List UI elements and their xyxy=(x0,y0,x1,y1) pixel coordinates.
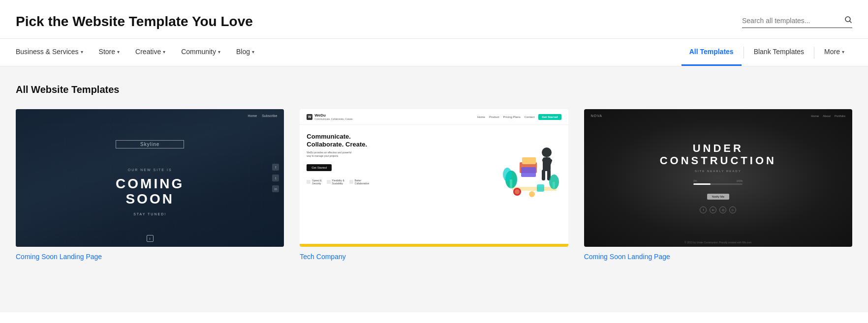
nav-item-creative[interactable]: Creative ▾ xyxy=(127,39,173,66)
template-thumb-1[interactable]: Home Subscribe Skyline OUR NEW SITE IS C… xyxy=(16,109,284,247)
card2-hero-text: Communicate.Collaborate. Create. WeDu pr… xyxy=(307,133,497,185)
card2-cta-button[interactable]: Get Started xyxy=(538,114,561,120)
card3-progress-labels: 0% 100% xyxy=(693,179,743,182)
page-title: Pick the Website Template You Love xyxy=(16,14,253,29)
svg-rect-5 xyxy=(510,179,512,188)
nav-item-community[interactable]: Community ▾ xyxy=(173,39,228,66)
template-thumb-2[interactable]: W WeDu Communicate, Collaborate, Create.… xyxy=(300,109,568,247)
svg-line-1 xyxy=(850,21,852,23)
card3-progress-end: 100% xyxy=(737,179,743,182)
card2-logo-text: WeDu xyxy=(314,113,353,117)
card3-notify-button[interactable]: Notify Me xyxy=(707,194,729,200)
template-thumb-3[interactable]: NOVA Home About Portfolio UNDERCONSTRUCT… xyxy=(584,109,852,247)
chevron-down-icon: ▾ xyxy=(117,49,120,55)
card2-feature-icon xyxy=(307,180,310,184)
card2-hero-button[interactable]: Get Started xyxy=(307,164,332,171)
card1-nav-home: Home xyxy=(248,114,257,117)
card3-nav-portfolio: Portfolio xyxy=(835,115,845,117)
card2-feature-label: Flexibility &Scalability xyxy=(332,179,344,185)
search-input[interactable] xyxy=(742,17,840,25)
card2-feature-1: Speed &Security xyxy=(307,179,321,185)
card2-bottom-bar xyxy=(300,244,568,247)
card1-social-1: f xyxy=(272,164,279,171)
nav-blank-templates[interactable]: Blank Templates xyxy=(746,39,812,66)
card1-nav-subscribe: Subscribe xyxy=(262,114,277,117)
card3-nav-links: Home About Portfolio xyxy=(811,115,845,117)
card3-twitter-icon[interactable]: ▷ xyxy=(729,206,736,213)
card2-hero: Communicate.Collaborate. Create. WeDu pr… xyxy=(300,125,568,206)
card3-instagram-icon[interactable]: ◎ xyxy=(719,206,726,213)
svg-point-19 xyxy=(529,191,535,197)
svg-point-18 xyxy=(515,189,520,194)
nav-item-label: Community xyxy=(181,48,216,56)
card3-progress-bar xyxy=(693,183,743,185)
template-grid: Home Subscribe Skyline OUR NEW SITE IS C… xyxy=(16,109,852,261)
nav-item-blog[interactable]: Blog ▾ xyxy=(228,39,262,66)
card3-footer-text: © 2023 by Under Construction. Proudly cr… xyxy=(684,241,751,244)
template-name-3[interactable]: Coming Soon Landing Page xyxy=(584,253,852,261)
chevron-down-icon: ▾ xyxy=(252,49,254,55)
nav-item-label: Business & Services xyxy=(16,48,79,56)
card1-social-3: in xyxy=(272,185,279,192)
card3-progress-fill xyxy=(693,183,711,185)
card2-feature-3: BetterCollaboration xyxy=(349,179,369,185)
card3-progress-container: 0% 100% xyxy=(693,179,743,185)
nav-item-label: Store xyxy=(99,48,115,56)
template-card-3[interactable]: NOVA Home About Portfolio UNDERCONSTRUCT… xyxy=(584,109,852,261)
card2-nav-links: Home Product Pricing Plans Contact Get S… xyxy=(477,114,561,120)
search-bar[interactable] xyxy=(742,16,852,28)
card3-social-icons: f in ◎ ▷ xyxy=(660,206,776,213)
card2-background: W WeDu Communicate, Collaborate, Create.… xyxy=(300,109,568,247)
nav-item-store[interactable]: Store ▾ xyxy=(91,39,127,66)
section-title: All Website Templates xyxy=(16,84,852,95)
card2-nav-product: Product xyxy=(489,116,499,118)
nav-item-label: Blog xyxy=(236,48,250,56)
card3-nav: NOVA Home About Portfolio xyxy=(591,114,845,117)
main-nav: Business & Services ▾ Store ▾ Creative ▾… xyxy=(0,39,868,66)
card2-feature-2: Flexibility &Scalability xyxy=(327,179,344,185)
card3-footer: © 2023 by Under Construction. Proudly cr… xyxy=(584,241,852,244)
nav-divider-2 xyxy=(814,47,814,59)
card2-feature-icon xyxy=(327,180,331,184)
template-name-1[interactable]: Coming Soon Landing Page xyxy=(16,253,284,261)
card1-social-2: t xyxy=(272,175,279,181)
card1-bottom: i xyxy=(147,235,154,242)
card2-nav-contact: Contact xyxy=(525,116,535,118)
card1-info-button[interactable]: i xyxy=(147,235,154,242)
nav-right-label: All Templates xyxy=(689,48,734,56)
nav-right-label: More xyxy=(824,48,840,56)
card3-nav-about: About xyxy=(823,115,831,117)
card2-features: Speed &Security Flexibility &Scalability… xyxy=(307,179,497,185)
main-content: All Website Templates Home Subscribe Sky… xyxy=(0,66,868,312)
card2-feature-icon xyxy=(349,180,353,184)
card2-logo-icon: W xyxy=(307,114,312,120)
card3-facebook-icon[interactable]: f xyxy=(700,206,707,213)
card2-logo-sub: Communicate, Collaborate, Create. xyxy=(314,117,353,120)
card1-side-icons: f t in xyxy=(272,164,279,192)
chevron-down-icon: ▾ xyxy=(163,49,165,55)
card2-topbar: W WeDu Communicate, Collaborate, Create.… xyxy=(300,109,568,125)
card3-heading: UNDERCONSTRUCTION xyxy=(660,143,776,166)
card3-linkedin-icon[interactable]: in xyxy=(710,206,716,213)
nav-item-business[interactable]: Business & Services ▾ xyxy=(16,39,91,66)
svg-point-4 xyxy=(503,168,512,181)
svg-rect-8 xyxy=(521,167,536,177)
svg-rect-7 xyxy=(522,157,536,164)
card2-illustration xyxy=(502,133,561,202)
template-card-2[interactable]: W WeDu Communicate, Collaborate, Create.… xyxy=(300,109,568,261)
template-name-2[interactable]: Tech Company xyxy=(300,253,568,261)
nav-all-templates[interactable]: All Templates xyxy=(682,39,742,66)
card2-headline: Communicate.Collaborate. Create. xyxy=(307,133,497,148)
template-card-1[interactable]: Home Subscribe Skyline OUR NEW SITE IS C… xyxy=(16,109,284,261)
card2-nav-pricing: Pricing Plans xyxy=(503,116,521,118)
page-header: Pick the Website Template You Love xyxy=(0,0,868,39)
chevron-down-icon: ▾ xyxy=(842,49,844,55)
svg-rect-11 xyxy=(542,170,545,180)
card2-subtext: WeDu provides an effective and powerfulw… xyxy=(307,151,375,158)
card3-background: NOVA Home About Portfolio UNDERCONSTRUCT… xyxy=(584,109,852,247)
card2-logo: W WeDu Communicate, Collaborate, Create. xyxy=(307,113,353,120)
chevron-down-icon: ▾ xyxy=(218,49,220,55)
nav-more[interactable]: More ▾ xyxy=(816,39,852,66)
card3-progress-start: 0% xyxy=(693,179,697,182)
chevron-down-icon: ▾ xyxy=(81,49,83,55)
